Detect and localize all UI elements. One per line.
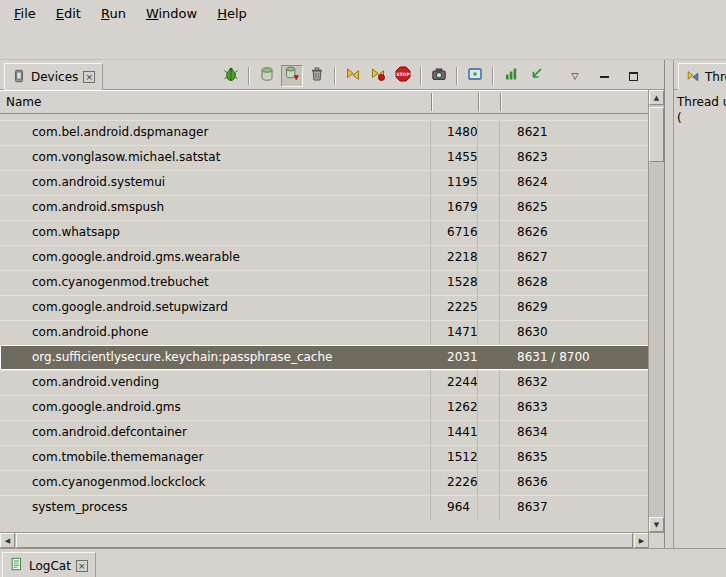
cell-spacer — [478, 120, 500, 145]
cell-port: 8630 — [500, 320, 649, 345]
cell-port: 8623 — [500, 145, 649, 170]
screen-frame-icon — [467, 66, 483, 86]
process-row[interactable]: org.sufficientlysecure.keychain:passphra… — [0, 345, 649, 370]
cell-pid: 22185 — [431, 245, 478, 270]
scroll-up-icon: ▲ — [654, 94, 659, 102]
cell-pid: 1528 — [431, 270, 478, 295]
cell-port: 8626 — [500, 220, 649, 245]
cell-pid: 14553 — [431, 145, 478, 170]
process-row[interactable]: com.google.android.gms.wearable221858627 — [0, 245, 649, 270]
cell-pid: 6716 — [431, 220, 478, 245]
devices-panel: Devices × — [0, 60, 665, 548]
view-menu-button[interactable]: ▽ — [566, 67, 584, 85]
vertical-scroll-thumb[interactable] — [649, 107, 664, 162]
cell-spacer — [478, 220, 500, 245]
process-row[interactable]: system_process9648637 — [0, 495, 649, 520]
close-icon[interactable]: × — [83, 71, 95, 83]
dump-hprof-button[interactable] — [281, 65, 303, 87]
system-info-button[interactable] — [500, 65, 522, 87]
debug-process-button[interactable] — [220, 65, 242, 87]
cell-pid: 1480 — [431, 120, 478, 145]
cell-name: com.google.android.gms.wearable — [0, 245, 431, 270]
table-column-header[interactable]: Name — [0, 90, 649, 114]
devices-panel-header: Devices × — [0, 60, 664, 90]
scroll-right-button[interactable]: ▶ — [634, 533, 649, 548]
threads-icon — [686, 69, 700, 86]
threads-panel-header: Threads — [674, 60, 726, 90]
menu-edit[interactable]: Edit — [46, 2, 91, 25]
scroll-left-button[interactable]: ◀ — [0, 533, 15, 548]
cell-spacer — [478, 370, 500, 395]
cell-name: com.tmobile.thememanager — [0, 445, 431, 470]
cell-port: 8635 — [500, 445, 649, 470]
column-separator[interactable] — [500, 93, 502, 111]
menu-help[interactable]: Help — [207, 2, 257, 25]
horizontal-scrollbar[interactable]: ◀ ▶ — [0, 532, 649, 548]
process-row[interactable]: com.cyanogenmod.trebuchet15288628 — [0, 270, 649, 295]
process-row[interactable]: com.android.smspush16798625 — [0, 195, 649, 220]
stop-sign-label: STOP — [393, 72, 413, 77]
cell-spacer — [478, 345, 500, 370]
threads-panel: Threads Thread up ( — [673, 60, 726, 548]
screen-record-button[interactable] — [464, 65, 486, 87]
column-separator[interactable] — [431, 93, 433, 111]
cell-pid: 1195 — [431, 170, 478, 195]
tab-devices[interactable]: Devices × — [4, 63, 103, 90]
cell-spacer — [478, 170, 500, 195]
update-threads-button[interactable] — [342, 65, 364, 87]
menu-file[interactable]: File — [4, 2, 46, 25]
process-row[interactable]: com.google.android.gms126238633 — [0, 395, 649, 420]
cause-gc-button[interactable] — [306, 65, 328, 87]
process-row[interactable]: com.android.phone14718630 — [0, 320, 649, 345]
menu-window[interactable]: Window — [136, 2, 207, 25]
cell-spacer — [478, 245, 500, 270]
cell-name: com.google.android.gms — [0, 395, 431, 420]
heap-cylinder-icon — [259, 66, 275, 86]
cell-name: com.vonglasow.michael.satstat — [0, 145, 431, 170]
cell-spacer — [478, 470, 500, 495]
cell-spacer — [478, 320, 500, 345]
process-row[interactable]: com.cyanogenmod.lockclock222658636 — [0, 470, 649, 495]
process-row[interactable]: com.android.defcontainer144118634 — [0, 420, 649, 445]
green-bars-icon — [503, 66, 519, 86]
minimize-button[interactable] — [595, 67, 613, 85]
screen-capture-button[interactable] — [428, 65, 450, 87]
cell-name: com.android.defcontainer — [0, 420, 431, 445]
maximize-button[interactable] — [624, 67, 642, 85]
cell-port: 8624 — [500, 170, 649, 195]
cell-port: 8633 — [500, 395, 649, 420]
process-row[interactable]: com.whatsapp67168626 — [0, 220, 649, 245]
heap-dump-red-arrow-icon — [284, 66, 300, 86]
update-heap-button[interactable] — [256, 65, 278, 87]
vertical-scrollbar[interactable]: ▲ ▼ — [648, 90, 664, 532]
cell-spacer — [478, 395, 500, 420]
process-row[interactable]: com.vonglasow.michael.satstat145538623 — [0, 145, 649, 170]
cell-pid: 1512 — [431, 445, 478, 470]
process-row[interactable]: com.android.systemui11958624 — [0, 170, 649, 195]
column-header-name[interactable]: Name — [0, 95, 41, 109]
cell-pid: 22265 — [431, 470, 478, 495]
menu-run[interactable]: Run — [91, 2, 136, 25]
cell-pid: 964 — [431, 495, 478, 520]
devices-toolbar: STOP — [220, 63, 642, 89]
close-icon[interactable]: × — [76, 560, 88, 572]
cell-pid: 14411 — [431, 420, 478, 445]
scroll-down-button[interactable]: ▼ — [649, 517, 664, 532]
column-separator[interactable] — [478, 93, 480, 111]
view-hierarchy-button[interactable] — [525, 65, 547, 87]
tab-logcat[interactable]: LogCat × — [2, 552, 96, 577]
tab-devices-label: Devices — [31, 70, 78, 84]
logcat-bar: LogCat × — [0, 548, 726, 577]
cell-spacer — [478, 495, 500, 520]
stop-process-button[interactable]: STOP — [392, 65, 414, 87]
scroll-up-button[interactable]: ▲ — [649, 90, 664, 105]
process-row[interactable]: com.bel.android.dspmanager14808621 — [0, 120, 649, 145]
process-row[interactable]: com.tmobile.thememanager15128635 — [0, 445, 649, 470]
cell-port: 8636 — [500, 470, 649, 495]
toolbar-separator — [456, 67, 458, 85]
process-row[interactable]: com.google.android.setupwizard222508629 — [0, 295, 649, 320]
tab-threads[interactable]: Threads — [678, 63, 726, 90]
process-row[interactable]: com.android.vending224408632 — [0, 370, 649, 395]
method-profiling-button[interactable] — [367, 65, 389, 87]
horizontal-scroll-thumb[interactable] — [16, 533, 633, 548]
